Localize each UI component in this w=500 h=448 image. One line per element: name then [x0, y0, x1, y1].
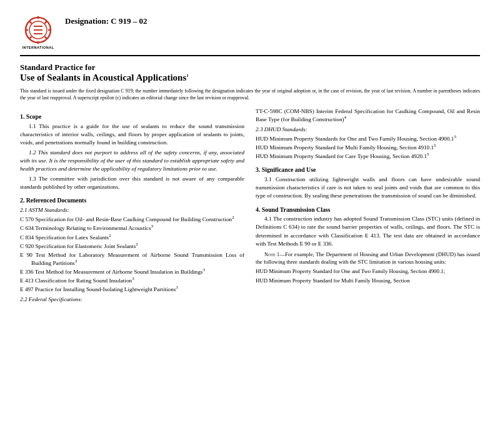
ref-docs-section: 2. Referenced Documents 2.1 ASTM Standar…: [20, 196, 244, 304]
ref-e336: E 336 Test Method for Measurement of Air…: [20, 268, 244, 276]
svg-line-9: [30, 37, 32, 39]
significance-p1: 3.1 Construction utilizing lightweight w…: [256, 176, 480, 200]
note1-label: Note 1: [264, 252, 279, 257]
title-line1: Standard Practice for: [20, 62, 480, 72]
scope-p1: 1.1 This practice is a guide for the use…: [20, 122, 244, 147]
hud-one-two: HUD Minimum Property Standards for One a…: [256, 135, 480, 143]
right-column: TT-C-598C (COM-NBS) Interim Federal Spec…: [256, 107, 480, 306]
tt-c-section: TT-C-598C (COM-NBS) Interim Federal Spec…: [256, 107, 480, 124]
note1-hud1: HUD Minimum Property Standard for One an…: [256, 267, 480, 275]
title-block: Standard Practice for Use of Sealants in…: [20, 62, 480, 83]
ref-e413: E 413 Classification for Rating Sound In…: [20, 277, 244, 285]
dhud-section: 2.3 DHUD Standards: HUD Minimum Property…: [256, 126, 480, 161]
astm-standards-sub: 2.1 ASTM Standards:: [20, 206, 244, 214]
scope-p3: 1.3 The committee with jurisdiction over…: [20, 175, 244, 191]
stc-p1: 4.1 The construction industry has adopte…: [256, 215, 480, 247]
significance-section: 3. Significance and Use 3.1 Construction…: [256, 166, 480, 200]
header: INTERNATIONAL Designation: C 919 – 02: [20, 14, 480, 56]
designation-block: Designation: C 919 – 02: [65, 14, 147, 26]
ref-c920: C 920 Specification for Elastomeric Join…: [20, 242, 244, 251]
note1-text: Note 1—For example, The Department of Ho…: [256, 251, 480, 266]
ref-c634: C 634 Terminology Relating to Environmen…: [20, 224, 244, 232]
ref-c834: C 834 Specification for Latex Sealants2: [20, 234, 244, 242]
scope-section: 1. Scope 1.1 This practice is a guide fo…: [20, 112, 244, 191]
title-line2: Use of Sealants in Acoustical Applicatio…: [20, 72, 480, 83]
ref-e90: E 90 Test Method for Laboratory Measurem…: [20, 251, 244, 267]
stc-section: 4. Sound Transmission Class 4.1 The cons…: [256, 206, 480, 285]
stc-header: 4. Sound Transmission Class: [256, 206, 480, 214]
federal-specs-sub: 2.2 Federal Specifications:: [20, 296, 244, 304]
ref-docs-header: 2. Referenced Documents: [20, 196, 244, 205]
dhud-sub: 2.3 DHUD Standards:: [256, 126, 480, 134]
svg-line-7: [45, 37, 47, 39]
ref-c570: C 570 Specification for Oil- and Resin-B…: [20, 216, 244, 224]
left-column: 1. Scope 1.1 This practice is a guide fo…: [20, 107, 244, 306]
notice: This standard is issued under the fixed …: [20, 88, 480, 101]
two-column-layout: 1. Scope 1.1 This practice is a guide fo…: [20, 107, 480, 306]
astm-logo: INTERNATIONAL: [20, 14, 56, 50]
ref-e497: E 497 Practice for Installing Sound-Isol…: [20, 286, 244, 294]
svg-line-8: [45, 22, 47, 24]
astm-standards-list: C 570 Specification for Oil- and Resin-B…: [20, 216, 244, 294]
designation-text: Designation: C 919 – 02: [65, 16, 147, 26]
scope-p2: 1.2 This standard does not purport to ad…: [20, 149, 244, 173]
title-superscript: 1: [186, 73, 189, 78]
svg-text:INTERNATIONAL: INTERNATIONAL: [22, 46, 54, 49]
page: INTERNATIONAL Designation: C 919 – 02 St…: [0, 0, 500, 448]
hud-care: HUD Minimum Property Standard for Care T…: [256, 152, 480, 161]
significance-header: 3. Significance and Use: [256, 166, 480, 174]
note1-block: Note 1—For example, The Department of Ho…: [256, 251, 480, 285]
hud-multi: HUD Minimum Property Standard for Multi …: [256, 144, 480, 152]
scope-header: 1. Scope: [20, 112, 244, 121]
svg-line-6: [30, 22, 32, 24]
note1-hud2: HUD Minimum Property Standard for Multi …: [256, 277, 480, 284]
tt-c-item: TT-C-598C (COM-NBS) Interim Federal Spec…: [256, 107, 480, 124]
